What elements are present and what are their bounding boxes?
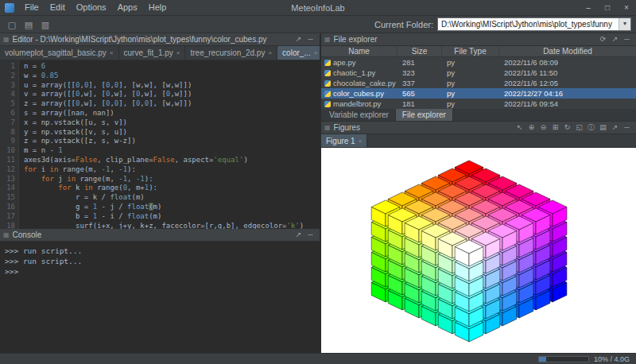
code-editor[interactable]: 123456789101112131415161718 n = 6w = 0.8… <box>0 60 320 229</box>
python-file-icon <box>324 91 331 97</box>
table-row[interactable]: chocolate_cake.py337py2022/11/6 12:05 <box>321 78 636 88</box>
tab-file-explorer[interactable]: File explorer <box>396 109 453 121</box>
table-row[interactable]: ape.py281py2022/11/6 08:09 <box>321 57 636 68</box>
menu-options[interactable]: Options <box>71 0 112 15</box>
panel-grip-icon: ▦ <box>324 124 331 131</box>
editor-panel-title: Editor - D:\Working\MIScript\Jython\mis\… <box>13 35 267 44</box>
console-panel-title: Console <box>13 230 42 239</box>
combobox-dropdown-arrow-icon[interactable]: ▾ <box>619 18 630 30</box>
code-line: m = n - 1 <box>24 146 320 156</box>
editor-tab-2[interactable]: tree_recursion_2d.py× <box>185 46 277 60</box>
python-file-icon <box>324 101 331 107</box>
float-panel-icon[interactable]: ↗ <box>293 229 304 241</box>
identify-icon[interactable]: ⓘ <box>585 122 597 134</box>
code-line: w = 0.85 <box>24 72 320 81</box>
memory-progressbar <box>538 356 589 362</box>
close-window-button[interactable]: × <box>617 0 636 15</box>
file-size: 565 <box>398 88 442 99</box>
line-number: 9 <box>0 137 18 146</box>
right-pane: ▦ File explorer ⟳ ↗ ─ NameSizeFile TypeD… <box>321 33 636 353</box>
zoom-in-icon[interactable]: ⊕ <box>525 122 537 134</box>
minimize-panel-icon[interactable]: ─ <box>621 122 633 134</box>
tab-label: color_... <box>282 48 311 57</box>
editor-tab-0[interactable]: volumeplot_sagittal_basic.py× <box>0 46 119 60</box>
table-row[interactable]: mandelbrot.py181py2022/11/6 09:54 <box>321 99 636 109</box>
refresh-icon[interactable]: ⟳ <box>597 33 609 45</box>
editor-tab-3[interactable]: color_...× <box>277 46 320 60</box>
file-explorer-panel-header: ▦ File explorer ⟳ ↗ ─ <box>321 33 636 46</box>
tab-close-icon[interactable]: × <box>314 49 318 56</box>
file-size: 337 <box>398 78 442 88</box>
float-panel-icon[interactable]: ↗ <box>293 33 304 45</box>
figure-tabbar: Figure 1 × <box>321 134 636 148</box>
line-number: 12 <box>0 165 18 175</box>
menu-edit[interactable]: Edit <box>45 0 71 15</box>
code-line: u = array([[0,0], [0,0], [w,w], [w,w]]) <box>24 81 320 91</box>
tab-variable-explorer[interactable]: Variable explorer <box>323 109 396 121</box>
python-file-icon <box>324 60 331 66</box>
menu-help[interactable]: Help <box>143 0 173 15</box>
file-name: chocolate_cake.py <box>333 78 396 88</box>
layers-icon[interactable]: ▤ <box>597 122 609 134</box>
column-header-type[interactable]: File Type <box>442 46 499 56</box>
code-line: z = np.vstack([z, s, w-z]) <box>24 137 320 146</box>
code-line: v = array([[0,w], [0,w], [0,w], [0,w]]) <box>24 90 320 99</box>
full-extent-icon[interactable]: ◱ <box>573 122 585 134</box>
column-header-date[interactable]: Date Modified <box>499 46 636 56</box>
line-number: 18 <box>0 222 18 229</box>
console-panel-header: ▦ Console ↗ ─ <box>0 229 320 242</box>
tab-label: volumeplot_sagittal_basic.py <box>5 48 107 57</box>
editor-tab-1[interactable]: curve_fit_1.py× <box>119 46 186 60</box>
file-type: py <box>442 68 499 78</box>
console[interactable]: >>> run script...>>> run script...>>> <box>0 242 320 353</box>
tab-close-icon[interactable]: × <box>359 137 363 145</box>
code-line: for i in range(m, -1, -1): <box>24 165 320 175</box>
pan-icon[interactable]: ⊞ <box>549 122 561 134</box>
console-line: >>> run script... <box>5 246 315 256</box>
figure-canvas[interactable] <box>321 148 636 353</box>
file-type: py <box>442 99 499 109</box>
editor-tabbar: volumeplot_sagittal_basic.py×curve_fit_1… <box>0 46 320 60</box>
line-number: 14 <box>0 184 18 193</box>
file-name-cell: chaotic_1.py <box>321 68 398 78</box>
file-date-modified: 2022/11/6 12:05 <box>499 78 636 88</box>
main-toolbar: ▢▤▥ Current Folder: D:\Working\MIScript\… <box>0 16 636 33</box>
table-row[interactable]: color_cubes.py565py2022/12/27 04:16 <box>321 88 636 99</box>
rotate-icon[interactable]: ↻ <box>561 122 573 134</box>
select-arrow-icon[interactable]: ↖ <box>514 122 525 134</box>
file-name-cell: mandelbrot.py <box>321 99 398 109</box>
tab-label: tree_recursion_2d.py <box>190 48 265 57</box>
current-folder-label: Current Folder: <box>374 20 433 29</box>
code-line: y = np.vstack([v, s, u]) <box>24 128 320 137</box>
titlebar: FileEditOptionsAppsHelp MeteoInfoLab – □… <box>0 0 636 16</box>
maximize-window-button[interactable]: □ <box>598 0 617 15</box>
memory-progress-fill <box>539 357 546 362</box>
save-icon[interactable]: ▥ <box>38 18 52 31</box>
float-panel-icon[interactable]: ↗ <box>609 33 621 45</box>
zoom-out-icon[interactable]: ⊖ <box>537 122 549 134</box>
open-file-icon[interactable]: ▤ <box>21 18 36 31</box>
code-area[interactable]: n = 6w = 0.85u = array([[0,0], [0,0], [w… <box>19 60 320 229</box>
new-script-icon[interactable]: ▢ <box>5 18 19 31</box>
current-folder-combobox[interactable]: D:\Working\MIScript\Jython\mis\plot_type… <box>437 17 631 31</box>
float-panel-icon[interactable]: ↗ <box>609 122 621 134</box>
minimize-panel-icon[interactable]: ─ <box>304 33 316 45</box>
minimize-panel-icon[interactable]: ─ <box>304 229 316 241</box>
file-type: py <box>442 88 499 99</box>
code-line: axes3d(axis=False, clip_plane=False, asp… <box>24 156 320 165</box>
tab-close-icon[interactable]: × <box>176 49 180 56</box>
menu-apps[interactable]: Apps <box>112 0 143 15</box>
minimize-window-button[interactable]: – <box>579 0 598 15</box>
tab-close-icon[interactable]: × <box>268 49 272 56</box>
table-row[interactable]: chaotic_1.py323py2022/11/6 11:50 <box>321 68 636 78</box>
tab-label: curve_fit_1.py <box>124 48 173 57</box>
python-file-icon <box>324 70 331 76</box>
minimize-panel-icon[interactable]: ─ <box>621 33 633 45</box>
tab-close-icon[interactable]: × <box>110 49 114 56</box>
column-header-name[interactable]: Name <box>321 46 398 56</box>
code-line: n = 6 <box>24 62 320 72</box>
menu-file[interactable]: File <box>19 0 45 15</box>
figure-tab[interactable]: Figure 1 × <box>321 134 367 147</box>
column-header-size[interactable]: Size <box>398 46 442 56</box>
python-file-icon <box>324 80 331 87</box>
